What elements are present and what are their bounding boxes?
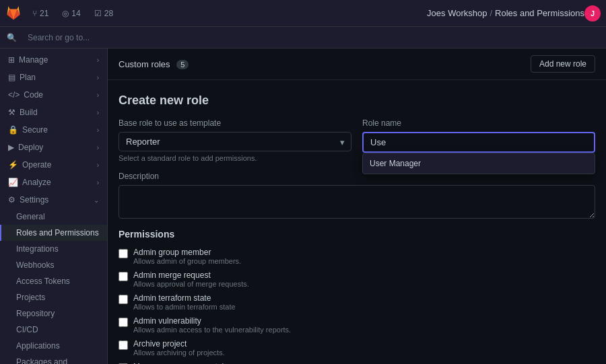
chevron-right-icon: ›	[97, 179, 99, 186]
permission-desc: Allows archiving of projects.	[133, 349, 225, 357]
sidebar-item-settings[interactable]: ⚙ Settings ⌄	[0, 191, 107, 209]
permission-desc: Allows to admin terraform state	[133, 303, 236, 311]
gitlab-logo	[5, 5, 22, 22]
sidebar-sub-item-projects[interactable]: Projects	[0, 289, 107, 305]
description-textarea[interactable]	[119, 185, 595, 219]
search-icon: 🔍	[7, 33, 17, 42]
permission-desc: Allows admin of group members.	[133, 257, 241, 265]
create-role-form: Create new role Base role to use as temp…	[108, 80, 606, 364]
main-layout: ⊞ Manage › ▤ Plan › </> Code ›	[0, 48, 606, 364]
permission-name: Admin terraform state	[133, 293, 236, 303]
analyze-icon: 📈	[8, 178, 18, 187]
permission-item-admin-merge-request: Admin merge request Allows approval of m…	[119, 270, 595, 288]
permission-checkbox-admin-vulnerability[interactable]	[119, 318, 128, 327]
sidebar-label-plan: Plan	[20, 73, 36, 82]
todos-button[interactable]: ☑ 28	[89, 6, 119, 21]
chevron-right-icon: ›	[97, 126, 99, 134]
secure-icon: 🔒	[8, 125, 18, 135]
sidebar-item-plan[interactable]: ▤ Plan ›	[0, 69, 107, 86]
permission-name: Admin vulnerability	[133, 316, 291, 326]
sidebar-sub-item-roles-permissions[interactable]: Roles and Permissions	[0, 225, 107, 241]
content-header-title: Custom roles 5	[119, 59, 189, 69]
permission-name: Archive project	[133, 339, 225, 349]
role-name-label: Role name	[362, 118, 595, 128]
sidebar-item-analyze[interactable]: 📈 Analyze ›	[0, 174, 107, 191]
sidebar: ⊞ Manage › ▤ Plan › </> Code ›	[0, 48, 108, 364]
sidebar-item-deploy[interactable]: ▶ Deploy ›	[0, 139, 107, 156]
autocomplete-item-user-manager[interactable]: User Manager	[363, 153, 595, 174]
sidebar-label-manage: Manage	[19, 55, 48, 65]
permission-item-archive-project: Archive project Allows archiving of proj…	[119, 339, 595, 357]
breadcrumb-workspace[interactable]: Joes Workshop	[427, 8, 487, 18]
sidebar-sub-item-general[interactable]: General	[0, 209, 107, 225]
custom-roles-count: 5	[176, 60, 189, 69]
content-area: Custom roles 5 Add new role Create new r…	[108, 48, 606, 364]
sidebar-label-operate: Operate	[22, 160, 51, 170]
code-icon: </>	[8, 90, 20, 100]
topbar: ⑂ 21 ◎ 14 ☑ 28 Joes Workshop / Roles and…	[0, 0, 606, 27]
deploy-icon: ▶	[8, 143, 14, 152]
breadcrumb-current: Roles and Permissions	[495, 8, 584, 18]
sidebar-label-code: Code	[24, 90, 43, 100]
merge-request-count: 21	[40, 9, 48, 18]
sidebar-label-build: Build	[20, 108, 38, 117]
role-name-column: Role name User Manager Enter a short nam…	[362, 118, 595, 163]
form-title: Create new role	[119, 94, 595, 108]
issue-icon: ◎	[62, 9, 69, 18]
base-role-select-wrapper: Guest Reporter Developer Maintainer Owne…	[119, 132, 351, 151]
base-role-select[interactable]: Guest Reporter Developer Maintainer Owne…	[119, 132, 351, 151]
settings-icon: ⚙	[8, 195, 15, 205]
merge-request-icon: ⑂	[32, 9, 37, 18]
permission-checkbox-archive-project[interactable]	[119, 340, 128, 350]
plan-icon: ▤	[8, 73, 15, 82]
sidebar-label-settings: Settings	[20, 195, 48, 205]
chevron-right-icon: ›	[97, 109, 99, 116]
base-role-label: Base role to use as template	[119, 118, 351, 128]
sidebar-sub-item-packages[interactable]: Packages and registries	[0, 354, 107, 364]
search-placeholder-text: Search or go to...	[28, 33, 90, 42]
build-icon: ⚒	[8, 108, 15, 117]
sidebar-label-analyze: Analyze	[22, 178, 51, 187]
sidebar-label-secure: Secure	[22, 125, 48, 135]
form-row-basic: Base role to use as template Guest Repor…	[119, 118, 595, 163]
sidebar-item-manage[interactable]: ⊞ Manage ›	[0, 51, 107, 69]
operate-icon: ⚡	[8, 160, 18, 170]
base-role-hint: Select a standard role to add permission…	[119, 154, 351, 162]
chevron-down-icon: ⌄	[94, 196, 99, 204]
chevron-right-icon: ›	[97, 144, 99, 151]
sidebar-sub-item-cicd[interactable]: CI/CD	[0, 322, 107, 338]
permissions-section: Permissions Admin group member Allows ad…	[119, 229, 595, 364]
sidebar-item-operate[interactable]: ⚡ Operate ›	[0, 156, 107, 174]
sidebar-sub-item-integrations[interactable]: Integrations	[0, 241, 107, 257]
sidebar-item-code[interactable]: </> Code ›	[0, 86, 107, 104]
sidebar-sub-item-webhooks[interactable]: Webhooks	[0, 257, 107, 273]
issues-button[interactable]: ◎ 14	[57, 6, 86, 21]
sidebar-sub-item-access-tokens[interactable]: Access Tokens	[0, 273, 107, 289]
permission-checkbox-admin-terraform-state[interactable]	[119, 295, 128, 304]
chevron-right-icon: ›	[97, 74, 99, 81]
sidebar-sub-item-applications[interactable]: Applications	[0, 338, 107, 354]
chevron-right-icon: ›	[97, 57, 99, 64]
secondary-topbar: 🔍 Search or go to...	[0, 27, 606, 48]
sidebar-sub-item-repository[interactable]: Repository	[0, 305, 107, 322]
todo-count: 28	[104, 9, 113, 18]
issue-count: 14	[71, 9, 80, 18]
sidebar-item-secure[interactable]: 🔒 Secure ›	[0, 121, 107, 139]
add-new-role-button[interactable]: Add new role	[531, 55, 595, 73]
permission-item-admin-terraform-state: Admin terraform state Allows to admin te…	[119, 293, 595, 311]
avatar[interactable]: J	[584, 5, 601, 22]
breadcrumb: Joes Workshop / Roles and Permissions	[427, 8, 584, 18]
permission-item-admin-vulnerability: Admin vulnerability Allows admin access …	[119, 316, 595, 334]
permission-checkbox-admin-merge-request[interactable]	[119, 272, 128, 281]
permissions-title: Permissions	[119, 229, 595, 240]
permission-checkbox-admin-group-member[interactable]	[119, 249, 128, 258]
role-name-input[interactable]	[362, 132, 595, 153]
permission-desc: Allows approval of merge requests.	[133, 280, 249, 288]
base-role-column: Base role to use as template Guest Repor…	[119, 118, 351, 163]
merge-requests-button[interactable]: ⑂ 21	[27, 6, 54, 21]
sidebar-item-build[interactable]: ⚒ Build ›	[0, 104, 107, 121]
permission-item-admin-group-member: Admin group member Allows admin of group…	[119, 248, 595, 265]
topbar-icons: ⑂ 21 ◎ 14 ☑ 28	[27, 6, 427, 21]
autocomplete-dropdown: User Manager	[362, 153, 595, 174]
permission-desc: Allows admin access to the vulnerability…	[133, 326, 291, 334]
